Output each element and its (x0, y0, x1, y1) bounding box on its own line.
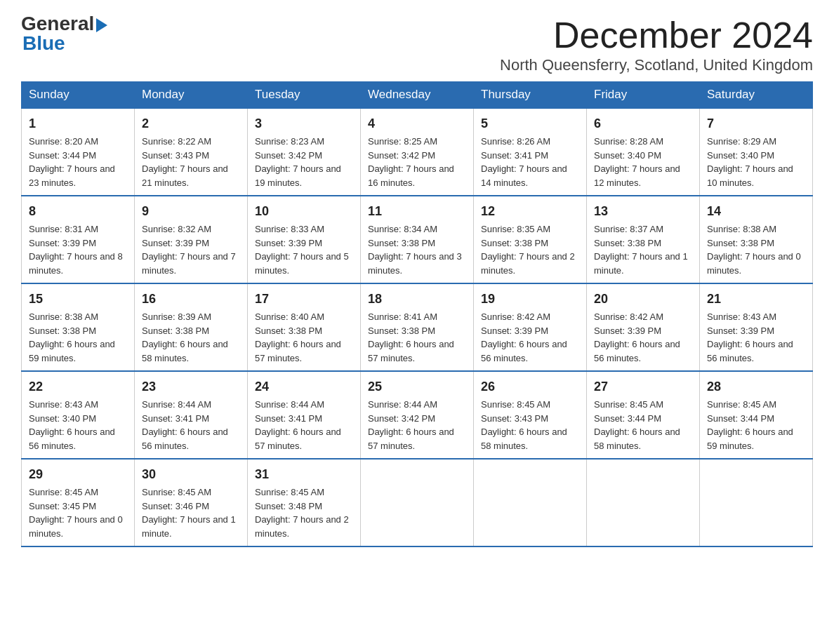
calendar-cell: 26 Sunrise: 8:45 AM Sunset: 3:43 PM Dayl… (474, 371, 587, 459)
day-number: 24 (255, 377, 353, 396)
day-info: Sunrise: 8:44 AM Sunset: 3:41 PM Dayligh… (255, 399, 341, 451)
day-number: 23 (142, 377, 240, 396)
day-number: 1 (29, 114, 127, 133)
day-number: 14 (707, 202, 805, 221)
day-number: 2 (142, 114, 240, 133)
day-info: Sunrise: 8:45 AM Sunset: 3:44 PM Dayligh… (707, 399, 793, 451)
day-info: Sunrise: 8:44 AM Sunset: 3:42 PM Dayligh… (368, 399, 454, 451)
calendar-cell: 22 Sunrise: 8:43 AM Sunset: 3:40 PM Dayl… (22, 371, 135, 459)
day-info: Sunrise: 8:28 AM Sunset: 3:40 PM Dayligh… (594, 136, 680, 188)
calendar-week-1: 1 Sunrise: 8:20 AM Sunset: 3:44 PM Dayli… (22, 108, 813, 196)
day-info: Sunrise: 8:43 AM Sunset: 3:39 PM Dayligh… (707, 311, 793, 363)
day-number: 7 (707, 114, 805, 133)
day-info: Sunrise: 8:45 AM Sunset: 3:46 PM Dayligh… (142, 487, 236, 539)
header-wednesday: Wednesday (361, 82, 474, 109)
day-number: 25 (368, 377, 466, 396)
day-info: Sunrise: 8:39 AM Sunset: 3:38 PM Dayligh… (142, 311, 228, 363)
calendar-cell: 6 Sunrise: 8:28 AM Sunset: 3:40 PM Dayli… (587, 108, 700, 196)
day-number: 28 (707, 377, 805, 396)
calendar-cell: 7 Sunrise: 8:29 AM Sunset: 3:40 PM Dayli… (700, 108, 813, 196)
calendar-cell: 14 Sunrise: 8:38 AM Sunset: 3:38 PM Dayl… (700, 196, 813, 283)
day-number: 5 (481, 114, 579, 133)
calendar-cell (700, 459, 813, 546)
day-number: 20 (594, 290, 692, 309)
day-info: Sunrise: 8:35 AM Sunset: 3:38 PM Dayligh… (481, 224, 575, 276)
day-number: 22 (29, 377, 127, 396)
page-header: General Blue December 2024 North Queensf… (21, 14, 813, 74)
calendar-cell: 19 Sunrise: 8:42 AM Sunset: 3:39 PM Dayl… (474, 283, 587, 371)
day-info: Sunrise: 8:45 AM Sunset: 3:43 PM Dayligh… (481, 399, 567, 451)
day-info: Sunrise: 8:34 AM Sunset: 3:38 PM Dayligh… (368, 224, 462, 276)
logo: General Blue (21, 14, 107, 53)
calendar-week-5: 29 Sunrise: 8:45 AM Sunset: 3:45 PM Dayl… (22, 459, 813, 546)
calendar-cell (587, 459, 700, 546)
day-number: 29 (29, 465, 127, 484)
day-number: 18 (368, 290, 466, 309)
day-info: Sunrise: 8:45 AM Sunset: 3:48 PM Dayligh… (255, 487, 349, 539)
day-info: Sunrise: 8:20 AM Sunset: 3:44 PM Dayligh… (29, 136, 115, 188)
day-number: 11 (368, 202, 466, 221)
calendar-cell (474, 459, 587, 546)
day-number: 13 (594, 202, 692, 221)
day-number: 10 (255, 202, 353, 221)
day-info: Sunrise: 8:40 AM Sunset: 3:38 PM Dayligh… (255, 311, 341, 363)
calendar-cell: 31 Sunrise: 8:45 AM Sunset: 3:48 PM Dayl… (248, 459, 361, 546)
calendar-cell: 1 Sunrise: 8:20 AM Sunset: 3:44 PM Dayli… (22, 108, 135, 196)
day-number: 9 (142, 202, 240, 221)
day-number: 16 (142, 290, 240, 309)
day-info: Sunrise: 8:29 AM Sunset: 3:40 PM Dayligh… (707, 136, 793, 188)
calendar-cell: 5 Sunrise: 8:26 AM Sunset: 3:41 PM Dayli… (474, 108, 587, 196)
calendar-cell: 15 Sunrise: 8:38 AM Sunset: 3:38 PM Dayl… (22, 283, 135, 371)
day-info: Sunrise: 8:38 AM Sunset: 3:38 PM Dayligh… (707, 224, 801, 276)
calendar-cell: 24 Sunrise: 8:44 AM Sunset: 3:41 PM Dayl… (248, 371, 361, 459)
day-info: Sunrise: 8:42 AM Sunset: 3:39 PM Dayligh… (594, 311, 680, 363)
calendar-cell: 23 Sunrise: 8:44 AM Sunset: 3:41 PM Dayl… (135, 371, 248, 459)
header-monday: Monday (135, 82, 248, 109)
calendar-cell: 18 Sunrise: 8:41 AM Sunset: 3:38 PM Dayl… (361, 283, 474, 371)
day-info: Sunrise: 8:45 AM Sunset: 3:44 PM Dayligh… (594, 399, 680, 451)
calendar-week-3: 15 Sunrise: 8:38 AM Sunset: 3:38 PM Dayl… (22, 283, 813, 371)
calendar-cell: 21 Sunrise: 8:43 AM Sunset: 3:39 PM Dayl… (700, 283, 813, 371)
day-info: Sunrise: 8:33 AM Sunset: 3:39 PM Dayligh… (255, 224, 349, 276)
day-info: Sunrise: 8:25 AM Sunset: 3:42 PM Dayligh… (368, 136, 454, 188)
calendar-cell: 16 Sunrise: 8:39 AM Sunset: 3:38 PM Dayl… (135, 283, 248, 371)
calendar-header-row: Sunday Monday Tuesday Wednesday Thursday… (22, 82, 813, 109)
day-info: Sunrise: 8:45 AM Sunset: 3:45 PM Dayligh… (29, 487, 123, 539)
calendar-title: December 2024 (500, 14, 813, 56)
day-info: Sunrise: 8:32 AM Sunset: 3:39 PM Dayligh… (142, 224, 236, 276)
calendar-cell: 9 Sunrise: 8:32 AM Sunset: 3:39 PM Dayli… (135, 196, 248, 283)
calendar-week-2: 8 Sunrise: 8:31 AM Sunset: 3:39 PM Dayli… (22, 196, 813, 283)
day-number: 19 (481, 290, 579, 309)
calendar-cell: 17 Sunrise: 8:40 AM Sunset: 3:38 PM Dayl… (248, 283, 361, 371)
day-info: Sunrise: 8:38 AM Sunset: 3:38 PM Dayligh… (29, 311, 115, 363)
calendar-cell: 27 Sunrise: 8:45 AM Sunset: 3:44 PM Dayl… (587, 371, 700, 459)
calendar-cell: 13 Sunrise: 8:37 AM Sunset: 3:38 PM Dayl… (587, 196, 700, 283)
calendar-cell: 29 Sunrise: 8:45 AM Sunset: 3:45 PM Dayl… (22, 459, 135, 546)
day-info: Sunrise: 8:44 AM Sunset: 3:41 PM Dayligh… (142, 399, 228, 451)
logo-general-text: General (21, 14, 94, 34)
day-number: 4 (368, 114, 466, 133)
day-info: Sunrise: 8:37 AM Sunset: 3:38 PM Dayligh… (594, 224, 688, 276)
header-thursday: Thursday (474, 82, 587, 109)
calendar-cell: 28 Sunrise: 8:45 AM Sunset: 3:44 PM Dayl… (700, 371, 813, 459)
day-info: Sunrise: 8:41 AM Sunset: 3:38 PM Dayligh… (368, 311, 454, 363)
calendar-table: Sunday Monday Tuesday Wednesday Thursday… (21, 81, 813, 547)
day-number: 27 (594, 377, 692, 396)
day-number: 6 (594, 114, 692, 133)
day-info: Sunrise: 8:22 AM Sunset: 3:43 PM Dayligh… (142, 136, 228, 188)
header-saturday: Saturday (700, 82, 813, 109)
header-friday: Friday (587, 82, 700, 109)
calendar-cell (361, 459, 474, 546)
calendar-cell: 3 Sunrise: 8:23 AM Sunset: 3:42 PM Dayli… (248, 108, 361, 196)
title-section: December 2024 North Queensferry, Scotlan… (500, 14, 813, 74)
day-info: Sunrise: 8:23 AM Sunset: 3:42 PM Dayligh… (255, 136, 341, 188)
header-tuesday: Tuesday (248, 82, 361, 109)
day-number: 3 (255, 114, 353, 133)
calendar-cell: 12 Sunrise: 8:35 AM Sunset: 3:38 PM Dayl… (474, 196, 587, 283)
calendar-cell: 2 Sunrise: 8:22 AM Sunset: 3:43 PM Dayli… (135, 108, 248, 196)
calendar-cell: 30 Sunrise: 8:45 AM Sunset: 3:46 PM Dayl… (135, 459, 248, 546)
logo-arrow-icon (96, 18, 107, 32)
calendar-week-4: 22 Sunrise: 8:43 AM Sunset: 3:40 PM Dayl… (22, 371, 813, 459)
calendar-cell: 10 Sunrise: 8:33 AM Sunset: 3:39 PM Dayl… (248, 196, 361, 283)
calendar-cell: 25 Sunrise: 8:44 AM Sunset: 3:42 PM Dayl… (361, 371, 474, 459)
